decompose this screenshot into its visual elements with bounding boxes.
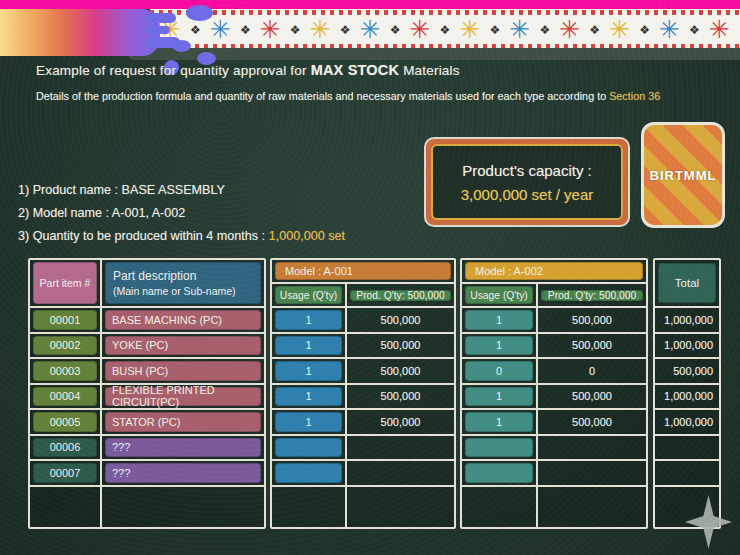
table-row-empty xyxy=(272,487,454,528)
prod-qty-header: Prod. Q'ty: 500,000 xyxy=(350,290,451,301)
product-info-list: 1) Product name : BASE ASSEMBLY 2) Model… xyxy=(18,179,345,248)
prod-value: 500,000 xyxy=(538,410,646,434)
table-section-parts: Part item # Part description (Main name … xyxy=(28,258,266,529)
top-pink-bar xyxy=(0,0,740,9)
table-row: 1500,000 xyxy=(272,308,454,334)
table-row: 1500,000 xyxy=(462,385,646,411)
prod-value: 500,000 xyxy=(347,385,454,409)
table-section-model-a001: Model : A-001 Usage (Q'ty) Prod. Q'ty: 5… xyxy=(270,258,456,529)
diamond-motif-icon: ❖ xyxy=(639,23,650,37)
title-prefix: Example of request for quantity approval… xyxy=(36,63,311,78)
prod-value: 500,000 xyxy=(347,410,454,434)
paint-splash-icon xyxy=(146,26,170,34)
usage-value: 1 xyxy=(465,310,533,330)
part-item-number: 00007 xyxy=(33,463,97,483)
diamond-motif-icon: ❖ xyxy=(589,23,600,37)
prod-value xyxy=(347,436,454,460)
quantity-highlight: 1,000,000 set xyxy=(269,229,345,243)
table-row: 1500,000 xyxy=(462,334,646,360)
chalkboard-slide: ✳❖✳❖✳❖✳❖✳❖✳❖✳❖✳❖✳❖✳❖✳❖✳ Example of reque… xyxy=(0,0,740,555)
col-header-part-description: Part description (Main name or Sub-name) xyxy=(105,262,261,304)
diamond-motif-icon: ❖ xyxy=(539,23,550,37)
table-row: 1500,000 xyxy=(462,308,646,334)
folk-pattern-band: ✳❖✳❖✳❖✳❖✳❖✳❖✳❖✳❖✳❖✳❖✳❖✳ xyxy=(150,9,740,50)
table-row xyxy=(272,436,454,462)
usage-value: 1 xyxy=(275,310,342,330)
total-value xyxy=(655,436,719,462)
part-item-number: 00003 xyxy=(33,361,97,381)
prod-value: 0 xyxy=(538,359,646,383)
page-title: Example of request for quantity approval… xyxy=(36,62,460,78)
part-item-number: 00006 xyxy=(33,438,97,458)
table-row: 00007??? xyxy=(30,461,264,487)
star-motif-icon: ✳ xyxy=(609,17,630,42)
part-description: BUSH (PC) xyxy=(105,361,261,381)
part-item-number: 00005 xyxy=(33,412,97,432)
prod-value xyxy=(538,461,646,485)
table-row: 00004FLEXIBLE PRINTED CIRCUIT(PC) xyxy=(30,385,264,411)
table-row: 00 xyxy=(462,359,646,385)
model-a002-header: Model : A-002 xyxy=(465,262,643,280)
badge-label: BIRTMML xyxy=(650,168,717,183)
star-motif-icon: ✳ xyxy=(410,17,431,42)
table-row: 1500,000 xyxy=(272,385,454,411)
table-section-model-a002: Model : A-002 Usage (Q'ty) Prod. Q'ty: 5… xyxy=(460,258,648,529)
star-motif-icon: ✳ xyxy=(210,17,231,42)
part-description: STATOR (PC) xyxy=(105,412,261,432)
prod-value: 500,000 xyxy=(347,308,454,332)
usage-value xyxy=(465,438,533,458)
total-value: 1,000,000 xyxy=(655,334,719,360)
prod-value: 500,000 xyxy=(538,385,646,409)
diamond-motif-icon: ❖ xyxy=(440,23,451,37)
diamond-motif-icon: ❖ xyxy=(390,23,401,37)
star-motif-icon: ✳ xyxy=(559,17,580,42)
subtitle-text: Details of the production formula and qu… xyxy=(36,90,609,102)
paint-splash-icon xyxy=(146,13,176,23)
usage-value: 1 xyxy=(275,412,342,432)
col-header-total: Total xyxy=(658,263,716,303)
prod-value: 500,000 xyxy=(538,334,646,358)
prod-value: 500,000 xyxy=(538,308,646,332)
quantity-line: 3) Quantity to be produced within 4 mont… xyxy=(18,225,345,248)
usage-value: 1 xyxy=(465,387,533,407)
usage-value xyxy=(465,463,533,483)
table-row-empty xyxy=(462,487,646,528)
diamond-motif-icon: ❖ xyxy=(290,23,301,37)
capacity-box: Product's capacity : 3,000,000 set / yea… xyxy=(424,137,630,227)
part-description: BASE MACHING (PC) xyxy=(105,310,261,330)
prod-qty-header: Prod. Q'ty: 500,000 xyxy=(541,290,643,301)
product-name-line: 1) Product name : BASE ASSEMBLY xyxy=(18,179,345,202)
table-row xyxy=(272,461,454,487)
model-a001-header: Model : A-001 xyxy=(275,262,451,280)
table-section-total: Total 1,000,000 1,000,000 500,000 1,000,… xyxy=(653,258,721,529)
usage-qty-header: Usage (Q'ty) xyxy=(465,286,533,304)
usage-value: 1 xyxy=(465,336,533,356)
table-row: 00006??? xyxy=(30,436,264,462)
table-row: 1500,000 xyxy=(272,359,454,385)
prod-value xyxy=(538,436,646,460)
page-subtitle: Details of the production formula and qu… xyxy=(36,90,660,102)
total-value: 1,000,000 xyxy=(655,385,719,411)
table-row-empty xyxy=(30,487,264,528)
table-row: 1500,000 xyxy=(272,334,454,360)
table-row xyxy=(462,461,646,487)
star-motif-icon: ✳ xyxy=(260,17,281,42)
diamond-motif-icon: ❖ xyxy=(240,23,251,37)
star-motif-icon: ✳ xyxy=(659,17,680,42)
diamond-motif-icon: ❖ xyxy=(489,23,500,37)
capacity-label: Product's capacity : xyxy=(462,162,592,179)
table-row: 00002YOKE (PC) xyxy=(30,334,264,360)
section-36-link: Section 36 xyxy=(609,90,660,102)
part-item-number: 00001 xyxy=(33,310,97,330)
table-row: 00005STATOR (PC) xyxy=(30,410,264,436)
star-motif-icon: ✳ xyxy=(709,17,730,42)
paint-splash-icon xyxy=(186,5,213,21)
pattern-shadow-band xyxy=(128,48,740,60)
star-motif-icon: ✳ xyxy=(509,17,530,42)
prod-value xyxy=(347,461,454,485)
usage-value: 0 xyxy=(465,361,533,381)
col-header-part-item: Part item # xyxy=(33,262,97,304)
rainbow-gradient-strip xyxy=(0,9,160,56)
part-description: ??? xyxy=(105,438,261,458)
table-row: 00003BUSH (PC) xyxy=(30,359,264,385)
